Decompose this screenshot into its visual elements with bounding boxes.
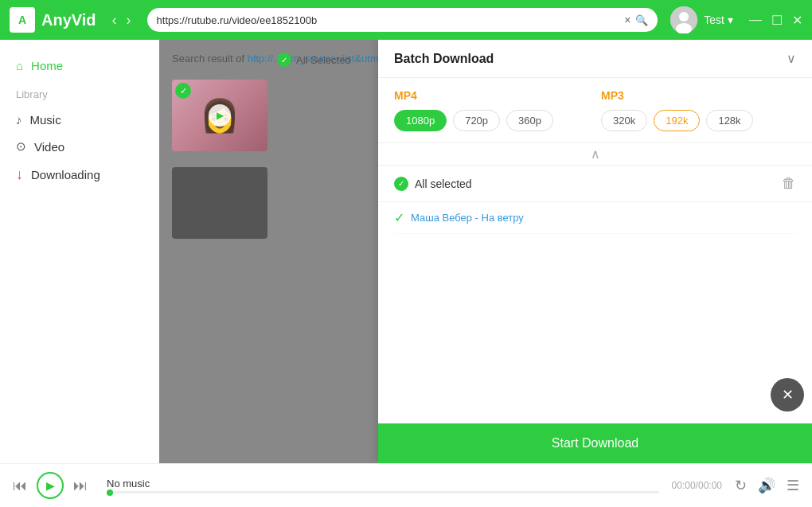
sidebar-home-label: Home [31,59,63,72]
url-clear-button[interactable]: × [624,14,630,26]
collapse-row: ∧ [378,143,812,166]
mp4-720p-button[interactable]: 720p [453,110,500,131]
video-thumbnail-2[interactable] [172,167,267,239]
url-text: https://rutube.ru/video/ee1852100b [157,14,620,26]
progress-dot [107,489,113,496]
all-selected-label: All Selected [296,54,351,66]
next-button[interactable]: ⏭ [73,478,88,494]
app-logo: A AnyVid [10,7,96,33]
player-time: 00:00/00:00 [672,480,722,491]
video-icon: ⊙ [16,139,26,154]
avatar [670,6,697,33]
collapse-up-button[interactable]: ∧ [591,146,600,162]
player-right-controls: ↻ 🔊 ☰ [735,477,799,494]
library-section-title: Library [0,82,159,107]
mp3-label: MP3 [601,89,753,102]
nav-arrows: ‹ › [109,10,135,30]
video-thumbnail-1[interactable]: ✓ 👩 ▶ [172,80,267,151]
sidebar-item-video[interactable]: ⊙ Video [0,133,159,160]
file-list: ✓ Маша Вебер - На ветру [378,202,812,423]
url-bar[interactable]: https://rutube.ru/video/ee1852100b × 🔍 [147,8,658,32]
file-check-icon[interactable]: ✓ [394,210,404,225]
nav-back-button[interactable]: ‹ [109,10,120,30]
selection-left: ✓ All selected [394,177,472,191]
playlist-button[interactable]: ☰ [787,477,799,494]
home-icon: ⌂ [16,59,23,72]
mp4-label: MP4 [394,89,553,102]
mp3-options: 320k 192k 128k [601,110,753,131]
nav-forward-button[interactable]: › [123,10,135,30]
thumb-check-1: ✓ [175,83,191,99]
sidebar-item-music[interactable]: ♪ Music [0,107,159,133]
all-selected-bar[interactable]: ✓ All Selected [277,53,351,67]
format-section: MP4 1080p 720p 360p MP3 320k 192k 128k [378,78,812,143]
chevron-down-icon: ▾ [728,14,733,26]
window-controls: — ☐ ✕ [749,13,802,28]
sidebar: ⌂ Home Library ♪ Music ⊙ Video ↓ Downloa… [0,40,159,463]
prev-button[interactable]: ⏮ [13,478,27,494]
mp4-1080p-button[interactable]: 1080p [394,110,447,131]
batch-header: Batch Download ∨ [378,40,812,78]
user-name[interactable]: Test ▾ [704,14,733,26]
mp4-options: 1080p 720p 360p [394,110,553,131]
close-button[interactable]: ✕ [792,13,802,28]
repeat-button[interactable]: ↻ [735,477,747,494]
file-name[interactable]: Маша Вебер - На ветру [411,212,524,224]
download-icon: ↓ [16,166,23,183]
sidebar-item-home[interactable]: ⌂ Home [0,53,159,79]
logo-icon: A [10,7,35,33]
content-area: Search result of http://...utm_source=li… [159,40,812,463]
app-name: AnyVid [41,11,96,29]
mp3-128k-button[interactable]: 128k [706,110,752,131]
search-icon[interactable]: 🔍 [635,14,648,26]
mp3-320k-button[interactable]: 320k [601,110,647,131]
title-bar: A AnyVid ‹ › https://rutube.ru/video/ee1… [0,0,812,40]
minimize-button[interactable]: — [749,13,762,28]
selection-row: ✓ All selected 🗑 [378,166,812,202]
play-overlay-1[interactable]: ▶ [209,104,231,127]
track-name: No music [107,478,659,489]
file-item: ✓ Маша Вебер - На ветру [394,202,796,234]
progress-bar[interactable] [107,491,659,493]
music-icon: ♪ [16,113,22,127]
batch-download-panel: Batch Download ∨ MP4 1080p 720p 360p MP3 [378,40,812,463]
sidebar-downloading-label: Downloading [31,168,100,181]
all-selected-check: ✓ [277,53,291,67]
all-selected-panel-label: All selected [415,177,472,190]
mp3-192k-button[interactable]: 192k [654,110,700,131]
start-download-button[interactable]: Start Download [378,423,812,463]
sidebar-video-label: Video [34,140,64,154]
mp3-group: MP3 320k 192k 128k [601,89,753,131]
sidebar-music-label: Music [30,113,61,127]
mp4-group: MP4 1080p 720p 360p [394,89,553,131]
trash-button[interactable]: 🗑 [782,175,796,192]
volume-button[interactable]: 🔊 [758,477,775,494]
play-button[interactable]: ▶ [37,472,64,499]
all-selected-check-panel: ✓ [394,177,408,191]
mp4-360p-button[interactable]: 360p [506,110,553,131]
batch-collapse-button[interactable]: ∨ [787,51,796,66]
close-panel-button[interactable]: ✕ [771,378,804,411]
sidebar-item-downloading[interactable]: ↓ Downloading [0,160,159,189]
player-track-info: No music [107,478,659,493]
player-bar: ⏮ ▶ ⏭ No music 00:00/00:00 ↻ 🔊 ☰ [0,463,812,507]
player-controls: ⏮ ▶ ⏭ [13,472,88,499]
main-layout: ⌂ Home Library ♪ Music ⊙ Video ↓ Downloa… [0,40,812,463]
batch-title: Batch Download [394,52,494,66]
svg-point-1 [679,12,689,21]
maximize-button[interactable]: ☐ [771,13,783,28]
